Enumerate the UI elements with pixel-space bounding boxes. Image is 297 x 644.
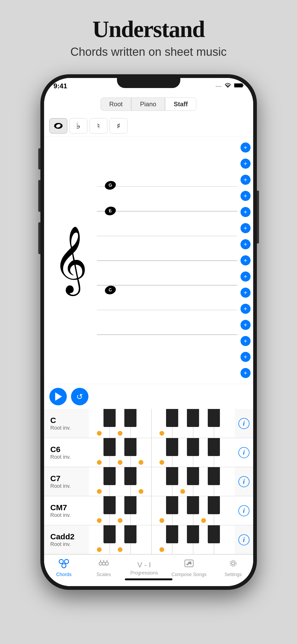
- black-key[interactable]: [125, 525, 136, 543]
- svg-point-9: [102, 562, 105, 565]
- svg-point-7: [62, 564, 66, 568]
- add-note-button-9[interactable]: +: [241, 272, 251, 282]
- black-key[interactable]: [104, 496, 116, 514]
- power-button[interactable]: [257, 191, 259, 243]
- volume-down-button[interactable]: [38, 222, 40, 254]
- add-note-button-7[interactable]: +: [241, 239, 251, 249]
- note-natural-button[interactable]: ♮: [89, 118, 107, 134]
- black-key[interactable]: [104, 409, 116, 427]
- tab-progressions[interactable]: V - I Progressions: [130, 560, 158, 576]
- black-key[interactable]: [125, 438, 136, 456]
- page-title: Understand: [70, 16, 227, 43]
- black-key[interactable]: [104, 467, 116, 485]
- info-icon-C[interactable]: i: [238, 418, 249, 429]
- add-note-button-8[interactable]: +: [241, 255, 251, 265]
- add-note-button-14[interactable]: +: [241, 352, 251, 362]
- replay-button[interactable]: ↺: [71, 388, 88, 405]
- black-key[interactable]: [187, 467, 199, 485]
- tab-staff[interactable]: Staff: [165, 98, 196, 111]
- add-note-button-12[interactable]: +: [241, 320, 251, 330]
- chord-row-Cadd2: Cadd2 Root inv.: [44, 525, 253, 554]
- note-sharp-button[interactable]: ♯: [110, 118, 128, 134]
- white-key[interactable]: [214, 438, 235, 467]
- tab-piano[interactable]: Piano: [131, 98, 165, 111]
- info-icon-C6[interactable]: i: [238, 447, 249, 458]
- black-key[interactable]: [208, 525, 220, 543]
- black-key[interactable]: [187, 409, 199, 427]
- note-E[interactable]: E: [104, 205, 117, 217]
- black-key[interactable]: [208, 409, 220, 427]
- chord-piano-CM7[interactable]: [89, 496, 235, 525]
- chord-inv-Cadd2: Root inv.: [50, 541, 89, 547]
- add-note-button-1[interactable]: +: [241, 142, 251, 153]
- white-key[interactable]: [131, 409, 152, 438]
- tab-settings[interactable]: Settings: [220, 558, 246, 577]
- tab-chords-label: Chords: [56, 572, 72, 577]
- note-C[interactable]: C: [104, 284, 117, 296]
- add-note-button-3[interactable]: +: [241, 175, 251, 185]
- add-note-button-4[interactable]: +: [241, 191, 251, 201]
- note-G[interactable]: G: [104, 180, 117, 191]
- volume-mute-button[interactable]: [38, 148, 40, 169]
- black-key[interactable]: [104, 525, 116, 543]
- black-key[interactable]: [187, 525, 199, 543]
- add-note-button-11[interactable]: +: [241, 304, 251, 314]
- black-key[interactable]: [187, 438, 199, 456]
- chord-name-Cadd2: Cadd2: [50, 532, 89, 541]
- play-controls: ↺: [44, 384, 253, 409]
- chord-info-C7[interactable]: i: [235, 467, 253, 496]
- black-key[interactable]: [208, 467, 220, 485]
- black-key[interactable]: [208, 496, 220, 514]
- white-key[interactable]: [214, 467, 235, 496]
- tab-chords[interactable]: Chords: [51, 558, 77, 577]
- black-key[interactable]: [166, 496, 178, 514]
- black-key[interactable]: [166, 467, 178, 485]
- chord-info-CM7[interactable]: i: [235, 496, 253, 525]
- add-note-button-15[interactable]: +: [241, 368, 251, 378]
- chord-info-C[interactable]: i: [235, 409, 253, 438]
- tab-root[interactable]: Root: [101, 98, 131, 111]
- svg-point-18: [230, 560, 236, 566]
- add-note-button-6[interactable]: +: [241, 223, 251, 233]
- black-key[interactable]: [166, 438, 178, 456]
- black-key[interactable]: [125, 496, 136, 514]
- note-whole-button[interactable]: [49, 118, 67, 134]
- add-note-button-5[interactable]: +: [241, 207, 251, 217]
- chord-info-Cadd2[interactable]: i: [235, 525, 253, 554]
- tab-compose[interactable]: Compose Songs: [171, 558, 206, 577]
- white-key[interactable]: [131, 525, 152, 554]
- add-note-button-13[interactable]: +: [241, 336, 251, 346]
- info-icon-C7[interactable]: i: [238, 476, 249, 487]
- black-key[interactable]: [125, 467, 136, 485]
- white-key[interactable]: [131, 438, 152, 467]
- white-key[interactable]: [214, 525, 235, 554]
- chord-piano-C[interactable]: [89, 409, 235, 438]
- black-key[interactable]: [166, 525, 178, 543]
- black-key[interactable]: [187, 496, 199, 514]
- white-key[interactable]: [131, 496, 152, 525]
- page-subtitle: Chords written on sheet music: [70, 45, 227, 58]
- play-button[interactable]: [49, 388, 67, 405]
- black-key[interactable]: [208, 438, 220, 456]
- white-key[interactable]: [214, 496, 235, 525]
- treble-clef: 𝄞: [53, 230, 88, 288]
- info-icon-Cadd2[interactable]: i: [238, 534, 249, 545]
- black-key[interactable]: [166, 409, 178, 427]
- chord-piano-C6[interactable]: [89, 438, 235, 467]
- note-flat-button[interactable]: ♭: [69, 118, 87, 134]
- chord-piano-C7[interactable]: [89, 467, 235, 496]
- add-note-button-2[interactable]: +: [241, 159, 251, 169]
- home-indicator: [125, 578, 172, 580]
- chord-piano-Cadd2[interactable]: [89, 525, 235, 554]
- staff-line-5: [97, 285, 237, 286]
- tab-scales[interactable]: Scales: [91, 558, 117, 577]
- black-key[interactable]: [104, 438, 116, 456]
- white-key[interactable]: [214, 409, 235, 438]
- white-key[interactable]: [131, 467, 152, 496]
- chord-info-C6[interactable]: i: [235, 438, 253, 467]
- volume-up-button[interactable]: [38, 180, 40, 212]
- info-icon-CM7[interactable]: i: [238, 505, 249, 516]
- add-note-button-10[interactable]: +: [241, 288, 251, 298]
- settings-icon: [228, 558, 238, 571]
- black-key[interactable]: [125, 409, 136, 427]
